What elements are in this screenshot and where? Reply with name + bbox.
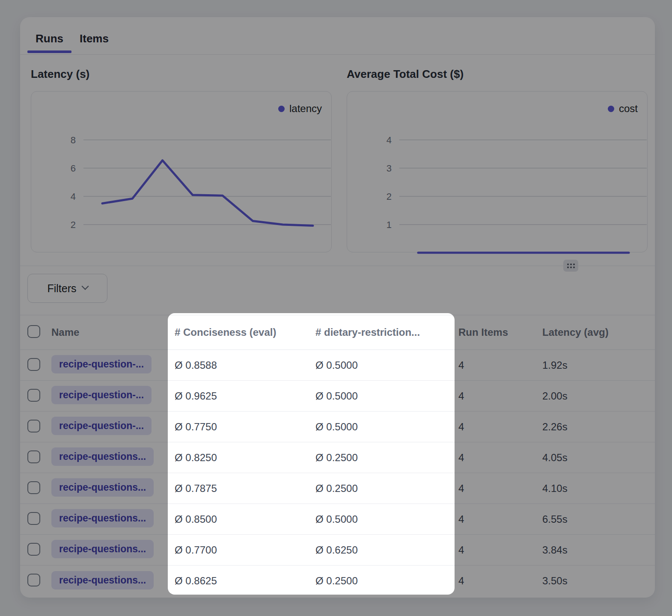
row-checkbox[interactable]	[27, 389, 40, 402]
dietary-restriction-cell: Ø 0.5000	[315, 421, 458, 433]
latency-avg-cell: 1.92s	[542, 359, 655, 371]
runs-table: Name # Conciseness (eval) # dietary-rest…	[20, 315, 655, 598]
charts-table-divider	[20, 266, 655, 266]
run-items-cell: 4	[458, 421, 542, 433]
run-name-badge[interactable]: recipe-questions...	[51, 540, 154, 558]
cost-legend-dot-icon	[608, 106, 614, 112]
table-row: recipe-questions... Ø 0.8500 Ø 0.5000 4 …	[20, 504, 655, 535]
latency-avg-cell: 3.50s	[542, 575, 655, 587]
col-header-dietary-restriction[interactable]: # dietary-restriction...	[315, 326, 458, 338]
dietary-restriction-cell: Ø 0.2500	[315, 483, 458, 495]
tab-runs-label: Runs	[36, 32, 63, 45]
dietary-restriction-cell: Ø 0.2500	[315, 575, 458, 587]
table-row: recipe-questions... Ø 0.8250 Ø 0.2500 4 …	[20, 442, 655, 473]
col-header-conciseness[interactable]: # Conciseness (eval)	[175, 326, 315, 338]
cost-line-chart: 4321	[347, 92, 648, 255]
run-name-badge[interactable]: recipe-questions...	[51, 509, 154, 527]
dietary-restriction-cell: Ø 0.5000	[315, 513, 458, 525]
cost-chart-title: Average Total Cost ($)	[347, 68, 464, 81]
chevron-down-icon	[81, 283, 89, 290]
svg-text:2: 2	[387, 191, 392, 202]
svg-text:1: 1	[387, 219, 392, 230]
latency-chart: 8642 latency	[31, 91, 332, 252]
latency-avg-cell: 3.84s	[542, 544, 655, 556]
dietary-restriction-cell: Ø 0.2500	[315, 452, 458, 464]
row-checkbox[interactable]	[27, 450, 40, 463]
conciseness-cell: Ø 0.8588	[175, 359, 315, 371]
filters-button[interactable]: Filters	[27, 274, 107, 303]
run-name-badge[interactable]: recipe-question-...	[51, 417, 152, 435]
row-checkbox[interactable]	[27, 358, 40, 371]
latency-avg-cell: 4.05s	[542, 452, 655, 464]
latency-legend-dot-icon	[278, 106, 285, 112]
cost-legend-label: cost	[619, 103, 638, 115]
col-header-run-items[interactable]: Run Items	[458, 326, 542, 338]
conciseness-cell: Ø 0.8625	[175, 575, 315, 587]
table-row: recipe-questions... Ø 0.7875 Ø 0.2500 4 …	[20, 473, 655, 504]
conciseness-cell: Ø 0.8250	[175, 452, 315, 464]
latency-legend: latency	[278, 103, 322, 115]
svg-text:2: 2	[71, 219, 76, 230]
conciseness-cell: Ø 0.8500	[175, 513, 315, 525]
latency-avg-cell: 4.10s	[542, 483, 655, 495]
row-checkbox[interactable]	[27, 481, 40, 494]
tab-runs[interactable]: Runs	[27, 30, 71, 54]
latency-chart-title: Latency (s)	[31, 68, 89, 81]
run-name-badge[interactable]: recipe-questions...	[51, 447, 154, 466]
tab-bar: Runs Items	[20, 17, 655, 55]
table-row: recipe-question-... Ø 0.8588 Ø 0.5000 4 …	[20, 350, 655, 381]
table-row: recipe-question-... Ø 0.7750 Ø 0.5000 4 …	[20, 412, 655, 442]
run-items-cell: 4	[458, 544, 542, 556]
tab-items[interactable]: Items	[71, 30, 117, 54]
table-body: recipe-question-... Ø 0.8588 Ø 0.5000 4 …	[20, 350, 655, 596]
latency-avg-cell: 6.55s	[542, 513, 655, 525]
table-row: recipe-question-... Ø 0.9625 Ø 0.5000 4 …	[20, 381, 655, 412]
run-name-badge[interactable]: recipe-question-...	[51, 386, 152, 404]
svg-text:4: 4	[71, 191, 76, 202]
run-name-badge[interactable]: recipe-question-...	[51, 355, 152, 373]
col-header-name[interactable]: Name	[51, 326, 175, 338]
run-items-cell: 4	[458, 513, 542, 525]
table-header: Name # Conciseness (eval) # dietary-rest…	[20, 315, 655, 350]
run-items-cell: 4	[458, 452, 542, 464]
dietary-restriction-cell: Ø 0.6250	[315, 544, 458, 556]
run-items-cell: 4	[458, 390, 542, 402]
cost-chart: 4321 cost	[347, 91, 648, 252]
resize-grip-icon[interactable]	[563, 260, 578, 272]
row-checkbox[interactable]	[27, 512, 40, 525]
latency-line-chart: 8642	[31, 92, 332, 255]
dietary-restriction-cell: Ø 0.5000	[315, 359, 458, 371]
dietary-restriction-cell: Ø 0.5000	[315, 390, 458, 402]
run-items-cell: 4	[458, 575, 542, 587]
conciseness-cell: Ø 0.7875	[175, 483, 315, 495]
table-row: recipe-questions... Ø 0.8625 Ø 0.2500 4 …	[20, 566, 655, 596]
latency-avg-cell: 2.00s	[542, 390, 655, 402]
run-items-cell: 4	[458, 483, 542, 495]
row-checkbox[interactable]	[27, 543, 40, 556]
select-all-checkbox[interactable]	[27, 325, 40, 338]
conciseness-cell: Ø 0.7750	[175, 421, 315, 433]
svg-text:6: 6	[71, 163, 76, 174]
latency-avg-cell: 2.26s	[542, 421, 655, 433]
runs-panel: Runs Items Latency (s) Average Total Cos…	[20, 17, 655, 598]
col-header-latency-avg[interactable]: Latency (avg)	[542, 326, 655, 338]
filters-button-label: Filters	[47, 282, 76, 295]
run-name-badge[interactable]: recipe-questions...	[51, 571, 154, 589]
run-name-badge[interactable]: recipe-questions...	[51, 478, 154, 497]
svg-text:8: 8	[71, 135, 76, 145]
svg-text:3: 3	[387, 163, 392, 174]
row-checkbox[interactable]	[27, 420, 40, 432]
run-items-cell: 4	[458, 359, 542, 371]
cost-legend: cost	[608, 103, 638, 115]
svg-text:4: 4	[387, 135, 392, 145]
conciseness-cell: Ø 0.7700	[175, 544, 315, 556]
row-checkbox[interactable]	[27, 574, 40, 586]
conciseness-cell: Ø 0.9625	[175, 390, 315, 402]
page: Runs Items Latency (s) Average Total Cos…	[0, 0, 672, 616]
tab-items-label: Items	[80, 32, 109, 45]
latency-legend-label: latency	[289, 103, 322, 115]
table-row: recipe-questions... Ø 0.7700 Ø 0.6250 4 …	[20, 535, 655, 566]
